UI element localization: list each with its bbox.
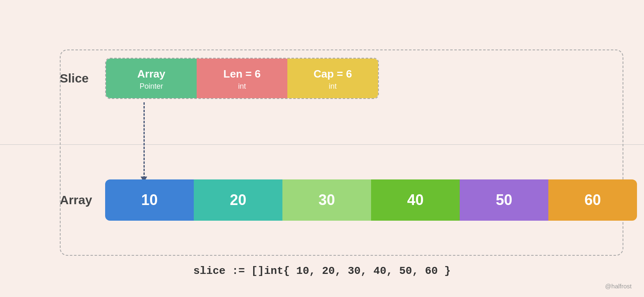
array-cell-2-value: 30 <box>318 191 335 209</box>
slice-cell-array-pointer: Array Pointer <box>106 59 197 99</box>
array-cell-4-value: 50 <box>496 191 512 209</box>
array-cell-2: 30 <box>282 179 371 221</box>
array-cell-1-value: 20 <box>230 191 246 209</box>
array-cell-3: 40 <box>371 179 460 221</box>
array-cell-0-value: 10 <box>141 191 157 209</box>
array-cell-1: 20 <box>194 179 282 221</box>
slice-cell-len-sub: int <box>238 82 246 91</box>
slice-struct: Array Pointer Len = 6 int Cap = 6 int <box>105 58 379 99</box>
slice-label: Slice <box>60 71 93 85</box>
watermark: @halfrost <box>605 283 632 290</box>
code-text: slice := []int{ 10, 20, 30, 40, 50, 60 } <box>0 265 644 277</box>
array-cell-5: 60 <box>548 179 637 221</box>
array-cell-5-value: 60 <box>584 191 601 209</box>
slice-cell-cap: Cap = 6 int <box>287 59 378 99</box>
main-container: Slice Array Pointer Len = 6 int Cap = 6 … <box>0 0 644 297</box>
slice-cell-len-title: Len = 6 <box>223 68 261 80</box>
pointer-arrow-line <box>143 102 145 179</box>
array-cell-0: 10 <box>105 179 194 221</box>
slice-cell-len: Len = 6 int <box>197 59 287 99</box>
array-cell-4: 50 <box>460 179 548 221</box>
slice-cell-array-pointer-title: Array <box>137 68 165 80</box>
slice-cell-cap-title: Cap = 6 <box>313 68 352 80</box>
array-cells: 10 20 30 40 50 60 <box>105 179 637 221</box>
array-row: Array 10 20 30 40 50 60 <box>60 179 637 221</box>
array-cell-3-value: 40 <box>407 191 423 209</box>
array-label: Array <box>60 193 93 207</box>
slice-cell-array-pointer-sub: Pointer <box>139 82 163 91</box>
slice-row: Slice Array Pointer Len = 6 int Cap = 6 … <box>60 58 379 99</box>
slice-cell-cap-sub: int <box>329 82 336 91</box>
